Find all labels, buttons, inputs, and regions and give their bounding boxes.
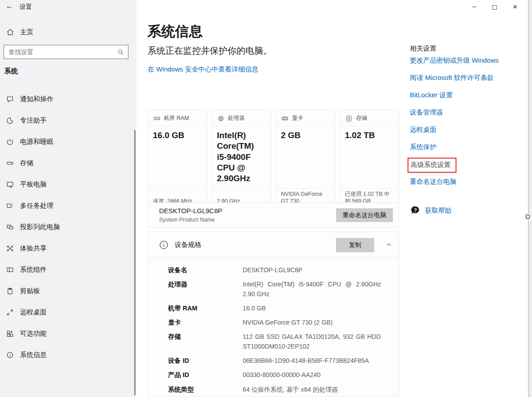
link-license-terms[interactable]: 阅读 Microsoft 软件许可条款 xyxy=(410,74,494,82)
computer-name: DESKTOP-LGL9C8P xyxy=(159,207,222,214)
sidebar-item-label: 专注助手 xyxy=(20,116,47,125)
get-help-icon: ? xyxy=(410,205,420,216)
sidebar-item-home[interactable]: 主页 xyxy=(6,26,131,38)
table-row: 产品 ID00330-80000-00000-AA240 xyxy=(168,370,381,380)
sidebar-item-tablet[interactable]: 平板电脑 xyxy=(0,174,133,195)
card-header: 处理器 xyxy=(212,110,271,126)
power-icon xyxy=(6,138,14,146)
project-icon xyxy=(6,223,14,231)
sidebar-item-remote-desktop[interactable]: 远程桌面 xyxy=(0,302,133,323)
table-row: 设备名DESKTOP-LGL9C8P xyxy=(168,266,381,275)
notifications-icon xyxy=(6,95,14,103)
card-value: 1.02 TB xyxy=(340,126,399,188)
sidebar-item-label: 平板电脑 xyxy=(20,180,47,189)
device-specs-title: 设备规格 xyxy=(175,241,201,249)
card-header: 机带 RAM xyxy=(148,110,207,126)
search-input[interactable] xyxy=(4,48,117,56)
advanced-system-settings-highlight: 高级系统设置 xyxy=(408,158,456,173)
remote-desktop-icon xyxy=(6,309,14,316)
ram-icon xyxy=(153,115,160,122)
sidebar-item-label: 投影到此电脑 xyxy=(20,223,60,231)
sidebar-item-label: 主页 xyxy=(20,28,33,36)
chevron-up-icon[interactable] xyxy=(386,242,392,248)
link-rename-pc[interactable]: 重命名这台电脑 xyxy=(410,178,456,186)
sidebar-item-label: 存储 xyxy=(20,159,33,167)
link-remote-desktop[interactable]: 远程桌面 xyxy=(410,126,436,134)
sidebar-item-project[interactable]: 投影到此电脑 xyxy=(0,216,133,238)
edge-artifact: O xyxy=(525,213,531,220)
sidebar-item-about[interactable]: 系统信息 xyxy=(0,344,133,365)
link-system-protection[interactable]: 系统保护 xyxy=(410,143,436,151)
spec-cards: 机带 RAM 16.0 GB 速度: 2666 MHz 处理器 Intel(R)… xyxy=(148,110,399,197)
page-subtitle: 系统正在监控并保护你的电脑。 xyxy=(148,45,272,57)
security-center-link[interactable]: 在 Windows 安全中心中查看详细信息 xyxy=(148,65,258,74)
shared-experiences-icon xyxy=(6,245,14,252)
sidebar-item-clipboard[interactable]: 剪贴板 xyxy=(0,280,133,302)
search-icon[interactable] xyxy=(117,49,124,56)
table-row: 显卡NVIDIA GeForce GT 730 (2 GB) xyxy=(168,318,381,327)
window-edge xyxy=(528,0,532,397)
settings-sidebar: ← 设置 主页 系统 通知和操作 专注助手 xyxy=(0,0,136,397)
table-row: 处理器Intel(R) Core(TM) i5-9400F CPU @ 2.90… xyxy=(168,280,381,299)
search-box[interactable] xyxy=(4,45,128,59)
storage-drive-icon xyxy=(6,159,14,167)
table-row: 机带 RAM16.0 GB xyxy=(168,304,381,313)
disk-icon xyxy=(345,115,352,122)
sidebar-item-label: 可选功能 xyxy=(20,330,47,338)
table-row: 存储112 GB SSD GALAX TA1D0120A, 932 GB HDD… xyxy=(168,332,381,351)
clipboard-icon xyxy=(6,287,14,295)
page-title: 系统信息 xyxy=(148,22,203,41)
computer-name-panel: DESKTOP-LGL9C8P System Product Name 重命名这… xyxy=(148,202,399,228)
home-icon xyxy=(6,28,14,36)
card-label: 机带 RAM xyxy=(164,115,189,122)
link-advanced-system-settings[interactable]: 高级系统设置 xyxy=(411,161,451,168)
multitasking-icon xyxy=(6,202,14,210)
card-value: 2 GB xyxy=(276,126,335,188)
sidebar-item-label: 系统组件 xyxy=(20,266,47,274)
card-label: 存储 xyxy=(356,115,367,122)
card-value: Intel(R) Core(TM) i5-9400F CPU @ 2.90GHz xyxy=(212,126,271,188)
card-label: 显卡 xyxy=(292,115,303,122)
system-components-icon xyxy=(6,266,14,274)
card-label: 处理器 xyxy=(228,115,245,122)
sidebar-item-label: 多任务处理 xyxy=(20,202,53,210)
back-icon[interactable]: ← xyxy=(6,2,13,11)
sidebar-item-shared-experiences[interactable]: 体验共享 xyxy=(0,238,133,259)
sidebar-item-label: 体验共享 xyxy=(20,244,47,253)
device-specs-header: 设备规格 复制 xyxy=(148,232,399,258)
card-storage: 存储 1.02 TB 已使用 1.02 TB 中的 569 GB xyxy=(340,110,399,210)
card-graphics: 显卡 2 GB NVIDIA GeForce GT 730 xyxy=(276,110,335,210)
sidebar-item-multitasking[interactable]: 多任务处理 xyxy=(0,195,133,216)
svg-text:?: ? xyxy=(414,207,416,213)
sidebar-scrollbar[interactable] xyxy=(134,130,136,395)
get-help-row[interactable]: ? 获取帮助 xyxy=(410,205,452,216)
info-circle-icon xyxy=(159,240,168,250)
sidebar-item-label: 系统信息 xyxy=(20,351,47,359)
card-header: 显卡 xyxy=(276,110,335,126)
rename-pc-button[interactable]: 重命名这台电脑 xyxy=(336,208,393,222)
sidebar-item-power-sleep[interactable]: 电源和睡眠 xyxy=(0,131,133,152)
tablet-icon xyxy=(6,181,14,188)
link-bitlocker[interactable]: BitLocker 设置 xyxy=(410,91,453,99)
sidebar-item-system-components[interactable]: 系统组件 xyxy=(0,259,133,280)
sidebar-item-optional-features[interactable]: 可选功能 xyxy=(0,323,133,344)
sidebar-item-label: 剪贴板 xyxy=(20,287,40,295)
sidebar-item-label: 电源和睡眠 xyxy=(20,138,53,146)
sidebar-item-storage[interactable]: 存储 xyxy=(0,152,133,174)
copy-button[interactable]: 复制 xyxy=(336,238,374,252)
app-title: 设置 xyxy=(20,3,32,11)
cpu-icon xyxy=(217,115,224,122)
table-row: 系统类型64 位操作系统, 基于 x64 的处理器 xyxy=(168,385,381,394)
focus-assist-icon xyxy=(6,117,14,124)
link-change-product-key[interactable]: 更改产品密钥或升级 Windows xyxy=(410,56,499,65)
device-specs-table: 设备名DESKTOP-LGL9C8P 处理器Intel(R) Core(TM) … xyxy=(148,258,399,397)
optional-features-icon xyxy=(6,330,14,337)
card-ram: 机带 RAM 16.0 GB 速度: 2666 MHz xyxy=(148,110,207,210)
link-device-manager[interactable]: 设备管理器 xyxy=(410,108,443,117)
sidebar-item-notifications[interactable]: 通知和操作 xyxy=(0,88,133,110)
gpu-icon xyxy=(281,115,288,122)
sidebar-nav: 通知和操作 专注助手 电源和睡眠 存储 平板电脑 xyxy=(0,88,133,365)
product-name: System Product Name xyxy=(159,217,215,223)
related-settings-title: 相关设置 xyxy=(410,44,436,53)
sidebar-item-focus-assist[interactable]: 专注助手 xyxy=(0,110,133,131)
